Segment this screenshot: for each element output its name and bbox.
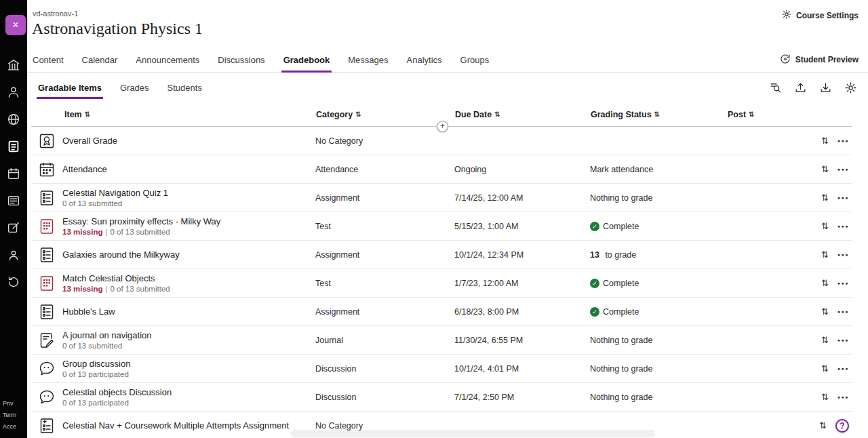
assignment-multi-icon: [38, 417, 56, 435]
upload-icon[interactable]: [793, 81, 807, 94]
item-category: Test: [314, 279, 453, 288]
row-menu-button[interactable]: ●●●: [837, 224, 849, 228]
test-icon: [38, 218, 56, 235]
search-list-icon[interactable]: [768, 81, 782, 94]
footer-link[interactable]: Acce: [3, 421, 16, 433]
student-preview-button[interactable]: Student Preview: [780, 47, 859, 72]
subtab-students[interactable]: Students: [167, 79, 202, 97]
reorder-handle-icon[interactable]: ⇅: [821, 335, 829, 345]
item-category: Journal: [314, 336, 453, 345]
reorder-handle-icon[interactable]: ⇅: [821, 136, 829, 146]
subtab-gradable-items[interactable]: Gradable Items: [38, 79, 102, 97]
row-menu-button[interactable]: ●●●: [837, 195, 849, 200]
reorder-handle-icon[interactable]: ⇅: [821, 306, 829, 317]
tab-calendar[interactable]: Calendar: [82, 47, 118, 72]
table-row: Celestial Navigation Quiz 1 0 of 13 subm…: [31, 184, 852, 212]
gradebook-subnav: Gradable ItemsGradesStudents: [27, 73, 868, 102]
tab-announcements[interactable]: Announcements: [136, 47, 199, 72]
tab-discussions[interactable]: Discussions: [218, 47, 264, 72]
column-header-item[interactable]: Item⇅: [62, 110, 314, 119]
reorder-handle-icon[interactable]: ⇅: [821, 278, 829, 288]
missing-count: 13 missing: [62, 228, 102, 236]
item-substatus: 13 missing|0 of 13 submitted: [62, 227, 314, 237]
column-header-grading-status[interactable]: Grading Status⇅: [589, 110, 726, 119]
row-menu-button[interactable]: ●●●: [837, 167, 849, 172]
download-icon[interactable]: [818, 81, 832, 94]
item-name[interactable]: Match Celestial Objects: [62, 273, 314, 283]
item-name[interactable]: Attendance: [62, 164, 314, 174]
reorder-handle-icon[interactable]: ⇅: [821, 392, 829, 402]
discussion-icon: [38, 360, 56, 378]
row-menu-button[interactable]: ●●●: [837, 338, 849, 342]
discussion-icon: [38, 389, 56, 406]
gradebook-icon[interactable]: [5, 138, 22, 155]
item-name[interactable]: Essay: Sun proximity effects - Milky Way: [62, 216, 314, 226]
reorder-handle-icon[interactable]: ⇅: [819, 420, 827, 431]
profile-icon[interactable]: [5, 84, 22, 100]
table-body: Overall Grade No Category ⇅ ●●● Attendan…: [31, 127, 852, 438]
item-name[interactable]: Celestial objects Discussion: [62, 387, 314, 397]
calendar-icon[interactable]: [5, 165, 22, 182]
column-header-post[interactable]: Post⇅: [726, 110, 808, 119]
table-row: Match Celestial Objects 13 missing|0 of …: [31, 269, 852, 298]
row-menu-button[interactable]: ●●●: [837, 252, 849, 257]
table-row: Galaxies around the Milkyway Assignment …: [31, 241, 852, 269]
content-tools-icon[interactable]: [5, 220, 22, 236]
item-name[interactable]: Hubble's Law: [62, 306, 314, 317]
item-name[interactable]: Celestial Nav + Coursework Multiple Atte…: [62, 420, 314, 431]
tab-content[interactable]: Content: [33, 47, 64, 72]
row-menu-button[interactable]: ●●●: [837, 366, 849, 371]
course-nav-tabs: ContentCalendarAnnouncementsDiscussionsG…: [33, 47, 507, 72]
table-row: Group discussion 0 of 13 participated Di…: [31, 355, 852, 383]
sort-icon: ⇅: [749, 111, 754, 118]
sort-icon: ⇅: [654, 111, 660, 118]
item-name[interactable]: Group discussion: [62, 359, 314, 369]
row-menu-button[interactable]: ●●●: [837, 309, 849, 314]
complete-check-icon: ✓: [590, 222, 599, 231]
subtab-grades[interactable]: Grades: [120, 79, 149, 97]
horizontal-scrollbar[interactable]: [292, 431, 654, 437]
item-name[interactable]: Overall Grade: [62, 136, 314, 146]
sidebar-nav: [0, 57, 27, 290]
institution-icon[interactable]: [5, 57, 22, 73]
assignment-icon: [38, 189, 56, 207]
sort-icon: ⇅: [494, 111, 500, 118]
item-due-date: 6/18/23, 8:00 PM: [453, 307, 589, 317]
reorder-handle-icon[interactable]: ⇅: [821, 164, 829, 174]
tab-gradebook[interactable]: Gradebook: [283, 47, 330, 72]
roster-icon[interactable]: [5, 247, 22, 263]
footer-link[interactable]: Term: [3, 410, 16, 421]
settings-icon[interactable]: [844, 81, 857, 94]
row-menu-button[interactable]: ●●●: [837, 138, 849, 143]
close-panel-button[interactable]: ×: [5, 15, 26, 35]
column-header-due-date[interactable]: Due Date⇅: [453, 110, 589, 119]
footer-link[interactable]: Priv: [3, 398, 16, 410]
recent-icon[interactable]: [5, 274, 22, 290]
tab-analytics[interactable]: Analytics: [407, 47, 442, 72]
item-due-date: 10/1/24, 12:34 PM: [453, 250, 589, 260]
row-menu-button[interactable]: ●●●: [837, 395, 849, 399]
gradebook-toolbar: [768, 73, 857, 102]
course-settings-button[interactable]: Course Settings: [781, 9, 859, 22]
column-header-category[interactable]: Category⇅: [314, 110, 453, 119]
messages-icon[interactable]: [5, 193, 22, 209]
item-name[interactable]: Galaxies around the Milkyway: [62, 250, 314, 260]
reorder-handle-icon[interactable]: ⇅: [821, 193, 829, 203]
item-due-date: 5/15/23, 1:00 AM: [453, 222, 589, 231]
row-menu-button[interactable]: ●●●: [837, 281, 849, 285]
reorder-handle-icon[interactable]: ⇅: [821, 221, 829, 231]
tab-messages[interactable]: Messages: [348, 47, 388, 72]
item-grading-status: Nothing to grade: [589, 364, 726, 374]
reorder-handle-icon[interactable]: ⇅: [821, 250, 829, 260]
reorder-handle-icon[interactable]: ⇅: [821, 363, 829, 374]
activity-icon[interactable]: [5, 111, 22, 127]
student-preview-icon: [780, 54, 791, 66]
tab-groups[interactable]: Groups: [460, 47, 490, 72]
item-category: Test: [314, 222, 453, 231]
add-item-button[interactable]: +: [437, 121, 448, 132]
item-grading-status: ✓Complete: [589, 279, 726, 288]
global-sidebar: × PrivTermAcce: [0, 0, 27, 438]
item-name[interactable]: Celestial Navigation Quiz 1: [62, 188, 314, 198]
item-name[interactable]: A journal on navigation: [62, 330, 314, 340]
help-button[interactable]: ?: [835, 419, 849, 433]
